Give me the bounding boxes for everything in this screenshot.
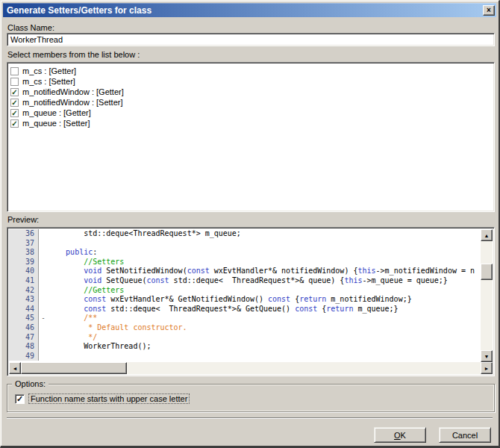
line-number: 38 [9,248,39,258]
scroll-up-button[interactable]: ▲ [481,229,493,241]
scroll-down-button[interactable]: ▼ [481,350,493,362]
member-checkbox-checked[interactable]: ✓ [10,88,19,96]
line-number: 47 [9,333,39,343]
ok-mnemonic: O [394,431,401,440]
code-text: /** [48,314,481,323]
uppercase-option-row[interactable]: ✓ Function name starts with upper case l… [15,393,190,404]
code-text: const wxEvtHandler*& GetNotifiedWindow()… [48,295,481,305]
code-preview-editor[interactable]: 36 std::deque<ThreadRequest*> m_queue;37… [7,227,495,376]
fold-margin [39,305,48,314]
code-line: 41 void SetQueue(const std::deque< Threa… [9,276,481,286]
fold-margin [39,229,48,239]
member-checkbox-checked[interactable]: ✓ [10,99,19,107]
vertical-scrollbar[interactable]: ▲ ▼ [481,229,493,362]
code-text: * Default constructor. [48,323,481,333]
arrow-down-icon: ▼ [484,354,490,359]
code-line: 42 //Getters [9,286,481,296]
members-checklist[interactable]: m_cs : [Getter]m_cs : [Setter]✓m_notifie… [7,62,495,212]
code-line: 49 [9,352,481,361]
fold-margin [39,276,48,286]
member-label: m_notifiedWindow : [Getter] [22,87,124,96]
member-list-item[interactable]: ✓m_queue : [Getter] [9,108,493,118]
button-separator [7,417,493,419]
member-label: m_cs : [Setter] [22,77,75,86]
member-list-item[interactable]: m_cs : [Getter] [9,66,493,76]
cancel-button[interactable]: Cancel [439,427,491,443]
vertical-scroll-thumb[interactable] [481,264,493,280]
class-name-input[interactable] [7,33,495,46]
line-number: 41 [9,276,39,286]
code-area[interactable]: 36 std::deque<ThreadRequest*> m_queue;37… [9,229,481,362]
fold-marker-icon[interactable]: - [39,314,48,323]
arrow-left-icon: ◄ [13,366,18,371]
code-line: 48 WorkerThread(); [9,342,481,352]
code-line: 40 void SetNotifiedWindow(const wxEvtHan… [9,267,481,276]
class-name-label: Class Name: [7,23,54,32]
line-number: 40 [9,267,39,276]
code-line: 47 */ [9,333,481,343]
line-number: 49 [9,352,39,361]
code-text: void SetNotifiedWindow(const wxEvtHandle… [48,267,481,276]
fold-margin [39,333,48,343]
code-text: WorkerThread(); [48,342,481,352]
uppercase-option-checkbox[interactable]: ✓ [15,394,25,404]
code-text: void SetQueue(const std::deque< ThreadRe… [48,276,481,286]
horizontal-scroll-thumb[interactable] [21,362,127,374]
ok-button[interactable]: OK [374,427,426,443]
arrow-up-icon: ▲ [484,233,490,238]
ok-rest: K [401,431,406,440]
line-number: 39 [9,258,39,267]
member-label: m_notifiedWindow : [Setter] [22,98,123,107]
line-number: 44 [9,305,39,314]
line-number: 46 [9,323,39,333]
member-label: m_queue : [Getter] [22,108,91,117]
code-line: 46 * Default constructor. [9,323,481,333]
member-checkbox-checked[interactable]: ✓ [10,109,19,117]
line-number: 36 [9,229,39,239]
fold-margin [39,239,48,249]
member-list-item[interactable]: m_cs : [Setter] [9,76,493,87]
close-button[interactable]: × [483,5,495,16]
code-text: public: [48,248,481,258]
code-line: 38 public: [9,248,481,258]
line-number: 48 [9,342,39,352]
generate-setters-getters-dialog: Generate Setters/Getters for class × Cla… [0,0,500,448]
code-text: //Getters [48,286,481,296]
fold-margin [39,295,48,305]
code-text [48,352,481,361]
code-line: 37 [9,239,481,249]
code-text: //Setters [48,258,481,267]
member-label: m_cs : [Getter] [22,66,76,75]
members-label: Select members from the list below : [7,50,140,59]
member-list-item[interactable]: ✓m_queue : [Setter] [9,118,493,128]
code-line: 39 //Setters [9,258,481,267]
fold-margin [39,342,48,352]
fold-margin [39,323,48,333]
fold-margin [39,248,48,258]
code-text [48,239,481,249]
code-line: 43 const wxEvtHandler*& GetNotifiedWindo… [9,295,481,305]
horizontal-scrollbar[interactable]: ◄ ► [9,362,493,374]
uppercase-option-label: Function name starts with upper case let… [28,393,190,404]
scroll-right-button[interactable]: ► [481,362,493,374]
member-checkbox-checked[interactable]: ✓ [10,119,19,128]
code-text: std::deque<ThreadRequest*> m_queue; [48,229,481,239]
member-list-item[interactable]: ✓m_notifiedWindow : [Getter] [9,87,493,97]
member-list-item[interactable]: ✓m_notifiedWindow : [Setter] [9,97,493,108]
fold-margin [39,267,48,276]
title-bar[interactable]: Generate Setters/Getters for class × [3,3,496,17]
code-line: 44 const std::deque< ThreadRequest*>& Ge… [9,305,481,314]
code-text: */ [48,333,481,343]
scroll-left-button[interactable]: ◄ [9,362,21,374]
fold-margin [39,258,48,267]
member-checkbox-unchecked[interactable] [10,78,19,86]
member-label: m_queue : [Setter] [22,119,90,128]
member-checkbox-unchecked[interactable] [10,67,19,75]
fold-margin [39,352,48,361]
code-line: 36 std::deque<ThreadRequest*> m_queue; [9,229,481,239]
code-line: 45- /** [9,314,481,323]
line-number: 42 [9,286,39,296]
dialog-title: Generate Setters/Getters for class [7,5,151,16]
fold-margin [39,286,48,296]
code-text: const std::deque< ThreadRequest*>& GetQu… [48,305,481,314]
